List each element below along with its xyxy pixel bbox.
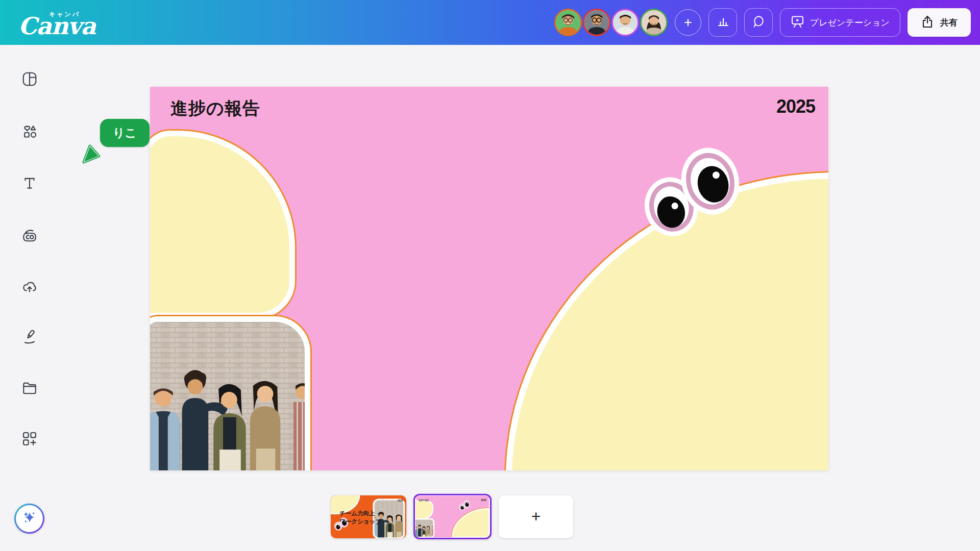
- sidebar-item-design[interactable]: [21, 71, 38, 87]
- share-label: 共有: [940, 17, 958, 29]
- yellow-blob-top-left[interactable]: [150, 131, 295, 318]
- present-button[interactable]: プレゼンテーション: [780, 8, 900, 37]
- editor-sidebar: [0, 45, 49, 551]
- plus-icon: +: [531, 507, 541, 526]
- share-upload-icon: [921, 14, 934, 31]
- slide-year-text[interactable]: 2025: [776, 96, 815, 117]
- page-thumbnail-1[interactable]: チーム力向上 ワークショップ 2025: [331, 495, 406, 538]
- thumb1-label-line1: チーム力向上: [339, 510, 375, 516]
- topbar-actions: + プレゼンテーション 共有: [553, 8, 971, 37]
- sparkles-icon: [21, 509, 38, 529]
- elements-icon: [21, 132, 38, 141]
- team-photo-frame[interactable]: [150, 316, 310, 470]
- bar-chart-icon: [715, 14, 730, 31]
- add-page-button[interactable]: +: [499, 495, 573, 538]
- add-collaborator-button[interactable]: +: [675, 9, 701, 36]
- draw-pen-icon: [21, 338, 38, 346]
- upload-cloud-icon: [21, 287, 38, 296]
- sidebar-item-draw[interactable]: [21, 329, 38, 345]
- brand-icon: [21, 236, 38, 245]
- avatar-collaborator-3[interactable]: [611, 9, 639, 36]
- logo-furigana: キャンバ: [49, 10, 80, 19]
- thumb2-year: 2025: [481, 499, 486, 502]
- top-bar: キャンバ Canva +: [0, 0, 980, 45]
- sidebar-item-elements[interactable]: [21, 123, 38, 139]
- googly-eyes-sticker[interactable]: [638, 144, 750, 246]
- insights-button[interactable]: [708, 8, 737, 37]
- collaborator-cursor-label: りこ: [100, 119, 150, 147]
- page-thumbnail-2-selected[interactable]: 進捗の報告 2025: [413, 494, 492, 539]
- slide-title-text[interactable]: 進捗の報告: [170, 97, 260, 120]
- sidebar-item-apps[interactable]: [21, 431, 38, 447]
- apps-grid-icon: [21, 440, 38, 448]
- collaborator-cursor-arrow: [82, 143, 103, 164]
- collaborator-avatars: [553, 9, 668, 36]
- design-icon: [21, 80, 38, 89]
- sidebar-item-brand[interactable]: [21, 227, 38, 243]
- sidebar-item-text[interactable]: [21, 175, 38, 191]
- design-canvas-page[interactable]: 進捗の報告 2025: [150, 87, 828, 470]
- canva-editor: キャンバ Canva +: [0, 0, 980, 551]
- team-photo: [150, 322, 305, 470]
- comments-button[interactable]: [744, 8, 773, 37]
- canva-assistant-button[interactable]: [14, 504, 44, 534]
- folder-icon: [21, 389, 38, 397]
- present-label: プレゼンテーション: [810, 17, 890, 29]
- sidebar-item-projects[interactable]: [21, 380, 38, 396]
- share-button[interactable]: 共有: [908, 8, 971, 37]
- avatar-collaborator-2[interactable]: [583, 9, 610, 36]
- sidebar-item-uploads[interactable]: [21, 278, 38, 294]
- presentation-icon: [791, 14, 804, 31]
- thumb1-label-line2: ワークショップ: [339, 518, 382, 524]
- avatar-collaborator-4[interactable]: [640, 9, 668, 36]
- thumb1-year: 2025: [398, 499, 403, 502]
- avatar-collaborator-1[interactable]: [554, 9, 582, 36]
- page-filmstrip: チーム力向上 ワークショップ 2025 進捗の報告 2025: [331, 494, 573, 539]
- text-icon: [21, 184, 38, 193]
- canva-logo[interactable]: キャンバ Canva: [18, 7, 95, 38]
- comment-bubble-icon: [751, 14, 766, 31]
